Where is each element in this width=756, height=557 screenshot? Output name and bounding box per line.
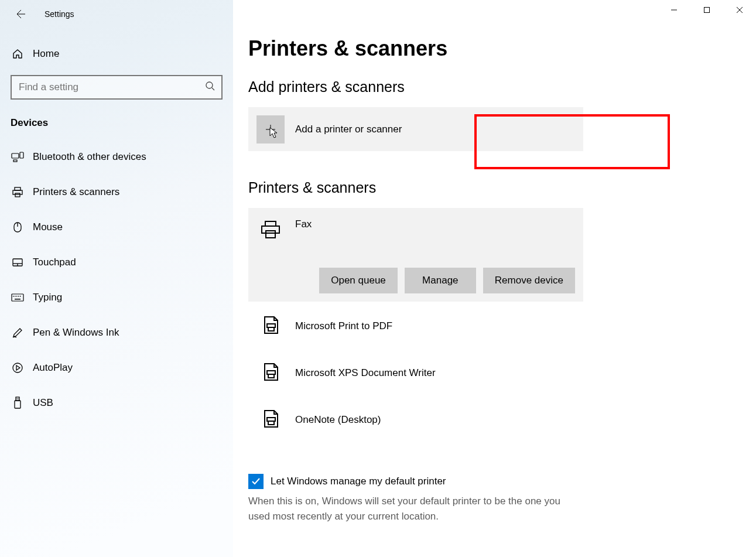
svg-rect-16 xyxy=(16,296,18,297)
device-name: Fax xyxy=(285,216,312,230)
default-printer-checkbox-row: Let Windows manage my default printer xyxy=(248,474,756,489)
window-title: Settings xyxy=(33,9,74,19)
svg-rect-14 xyxy=(13,296,14,297)
mouse-icon xyxy=(11,221,25,233)
sidebar-item-label: Printers & scanners xyxy=(25,186,119,198)
home-nav[interactable]: Home xyxy=(0,41,233,67)
svg-rect-2 xyxy=(12,153,19,158)
add-printer-button[interactable]: Add a printer or scanner xyxy=(248,107,583,151)
home-label: Home xyxy=(25,48,59,60)
svg-rect-18 xyxy=(20,296,21,297)
device-name: Microsoft XPS Document Writer xyxy=(285,365,436,379)
svg-rect-5 xyxy=(15,187,20,190)
svg-rect-26 xyxy=(704,8,710,13)
open-queue-button[interactable]: Open queue xyxy=(319,268,398,293)
titlebar: Settings xyxy=(0,0,233,28)
svg-rect-35 xyxy=(268,327,274,331)
svg-rect-6 xyxy=(13,190,22,194)
svg-rect-32 xyxy=(262,226,279,233)
svg-rect-7 xyxy=(15,193,20,197)
printer-icon xyxy=(256,216,285,244)
pen-icon xyxy=(11,327,25,339)
svg-rect-15 xyxy=(15,296,16,297)
svg-rect-33 xyxy=(266,231,275,238)
device-row-fax[interactable]: Fax Open queue Manage Remove device xyxy=(248,208,583,302)
svg-rect-13 xyxy=(12,294,23,301)
bluetooth-devices-icon xyxy=(11,152,25,162)
device-row-print-to-pdf[interactable]: Microsoft Print to PDF xyxy=(248,302,583,348)
manage-button[interactable]: Manage xyxy=(405,268,476,293)
sidebar-item-label: Touchpad xyxy=(25,257,76,268)
window-controls xyxy=(658,0,756,20)
list-section-title: Printers & scanners xyxy=(248,179,756,196)
page-title: Printers & scanners xyxy=(248,36,756,61)
search-input[interactable] xyxy=(11,75,223,100)
svg-rect-19 xyxy=(15,299,20,300)
sidebar: Settings Home Devices Bluetooth & other … xyxy=(0,0,233,557)
sidebar-item-label: Bluetooth & other devices xyxy=(25,151,146,163)
search-wrap xyxy=(11,75,223,100)
svg-rect-37 xyxy=(268,374,274,378)
sidebar-item-touchpad[interactable]: Touchpad xyxy=(0,245,233,280)
svg-rect-21 xyxy=(16,397,19,401)
keyboard-icon xyxy=(11,293,25,302)
print-to-file-icon xyxy=(256,358,285,386)
touchpad-icon xyxy=(11,258,25,267)
sidebar-item-typing[interactable]: Typing xyxy=(0,280,233,315)
usb-icon xyxy=(11,397,25,409)
sidebar-item-mouse[interactable]: Mouse xyxy=(0,210,233,245)
sidebar-item-label: Mouse xyxy=(25,221,63,233)
sidebar-item-pen[interactable]: Pen & Windows Ink xyxy=(0,315,233,350)
default-printer-checkbox[interactable] xyxy=(248,474,264,489)
close-button[interactable] xyxy=(723,0,756,20)
add-printer-label: Add a printer or scanner xyxy=(285,124,402,135)
sidebar-section-header: Devices xyxy=(0,100,233,139)
device-name: Microsoft Print to PDF xyxy=(285,318,392,332)
home-icon xyxy=(11,48,25,60)
autoplay-icon xyxy=(11,362,25,374)
default-printer-label: Let Windows manage my default printer xyxy=(264,476,446,487)
checkmark-icon xyxy=(251,476,261,487)
svg-point-20 xyxy=(13,363,22,373)
sidebar-item-label: Typing xyxy=(25,292,62,303)
device-name: OneNote (Desktop) xyxy=(285,412,381,426)
sidebar-item-autoplay[interactable]: AutoPlay xyxy=(0,350,233,385)
svg-rect-22 xyxy=(15,401,20,408)
plus-icon xyxy=(256,115,285,143)
svg-rect-39 xyxy=(268,421,274,425)
sidebar-item-bluetooth[interactable]: Bluetooth & other devices xyxy=(0,139,233,175)
sidebar-item-label: AutoPlay xyxy=(25,362,73,374)
back-button[interactable] xyxy=(9,2,33,26)
main-content-area: Printers & scanners Add printers & scann… xyxy=(233,0,756,557)
maximize-button[interactable] xyxy=(690,0,723,20)
minimize-button[interactable] xyxy=(658,0,690,20)
svg-rect-3 xyxy=(20,152,23,158)
device-row-xps-writer[interactable]: Microsoft XPS Document Writer xyxy=(248,348,583,395)
printer-icon xyxy=(11,186,25,198)
add-section-title: Add printers & scanners xyxy=(248,78,756,95)
default-printer-help-text: When this is on, Windows will set your d… xyxy=(248,494,576,524)
svg-rect-31 xyxy=(265,221,276,226)
sidebar-item-label: USB xyxy=(25,397,53,409)
svg-rect-4 xyxy=(13,160,17,162)
remove-device-button[interactable]: Remove device xyxy=(483,268,575,293)
back-arrow-icon xyxy=(16,9,26,19)
sidebar-item-label: Pen & Windows Ink xyxy=(25,327,119,339)
sidebar-item-usb[interactable]: USB xyxy=(0,385,233,421)
sidebar-item-printers[interactable]: Printers & scanners xyxy=(0,175,233,210)
device-row-onenote[interactable]: OneNote (Desktop) xyxy=(248,395,583,442)
print-to-file-icon xyxy=(256,405,285,433)
svg-rect-17 xyxy=(18,296,19,297)
print-to-file-icon xyxy=(256,311,285,339)
